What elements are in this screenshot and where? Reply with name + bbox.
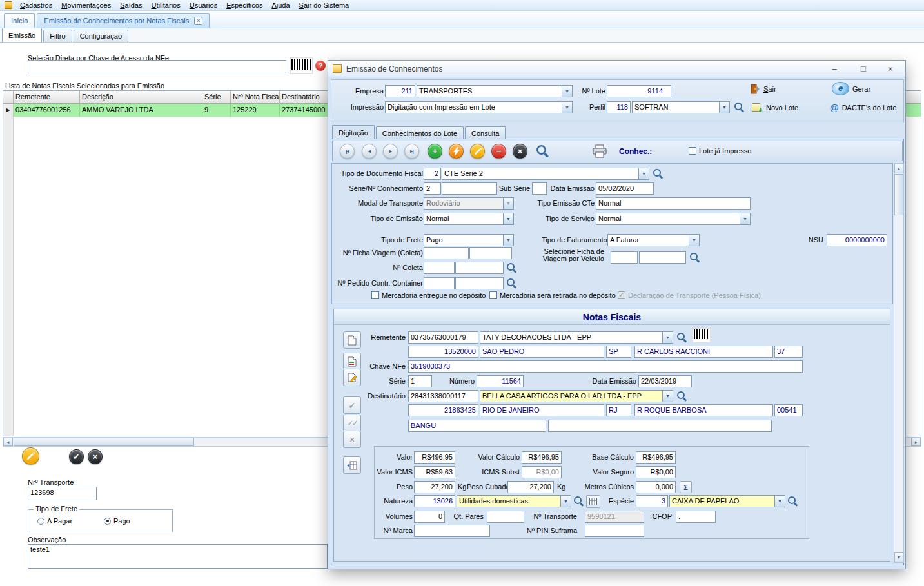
- remetente-numero-field[interactable]: 37: [774, 346, 803, 358]
- help-icon[interactable]: ?: [315, 61, 326, 71]
- destinatario-cep-field[interactable]: 21863425: [408, 404, 478, 416]
- scroll-right-icon[interactable]: ▸: [911, 438, 921, 446]
- chevron-down-icon[interactable]: [689, 235, 699, 246]
- remetente-code-field[interactable]: 03735763000179: [408, 331, 478, 344]
- chevron-down-icon[interactable]: [662, 332, 673, 343]
- nf-numero-field[interactable]: 11564: [477, 375, 524, 387]
- valor-seguro-field[interactable]: R$0,00: [636, 466, 676, 478]
- tipo-servico-combo[interactable]: Normal: [596, 213, 751, 225]
- pedido-container-search-icon[interactable]: [507, 278, 517, 289]
- tipo-doc-combo[interactable]: CTE Serie 2: [442, 168, 649, 180]
- tipo-doc-code-field[interactable]: 2: [424, 168, 441, 180]
- last-record-button[interactable]: ▸|: [404, 144, 419, 159]
- ficha-veiculo-search-icon[interactable]: [690, 253, 700, 263]
- menu-movimentacoes[interactable]: Movimentações: [57, 1, 115, 10]
- serie-conhecimento-field[interactable]: 2: [424, 182, 441, 195]
- menu-sair-do-sistema[interactable]: Sair do Sistema: [295, 1, 354, 10]
- especie-combo[interactable]: CAIXA DE PAPELAO: [669, 495, 785, 507]
- qt-pares-field[interactable]: [487, 511, 524, 523]
- scroll-left-icon[interactable]: ◂: [3, 438, 13, 446]
- perfil-code-field[interactable]: 118: [607, 101, 631, 113]
- tab-close-icon[interactable]: ×: [194, 17, 202, 25]
- tab-conhecimentos-do-lote[interactable]: Conhecimentos do Lote: [376, 126, 464, 139]
- volumes-field[interactable]: 0: [414, 511, 445, 523]
- add-nf-button[interactable]: [343, 331, 361, 349]
- perfil-combo[interactable]: SOFTRAN: [632, 101, 730, 113]
- subtab-emissao[interactable]: Emissão: [2, 28, 42, 42]
- numero-conhecimento-field[interactable]: [442, 182, 497, 195]
- menu-saidas[interactable]: Saídas: [115, 1, 146, 10]
- pedido-container-code-field[interactable]: [424, 277, 455, 289]
- menu-ajuda[interactable]: Ajuda: [267, 1, 294, 10]
- col-header-remetente[interactable]: Remetente: [14, 91, 80, 104]
- barcode-icon[interactable]: [291, 58, 312, 73]
- tipo-emissao-combo[interactable]: Normal: [424, 213, 514, 225]
- destinatario-numero-field[interactable]: 00541: [774, 404, 803, 416]
- mercadoria-retirada-checkbox[interactable]: Mercadoria será retirada no depósito: [489, 291, 616, 299]
- ficha-veiculo-field[interactable]: [639, 251, 686, 264]
- transporte-input[interactable]: 123698: [28, 487, 97, 500]
- scroll-up-icon[interactable]: ▲: [894, 164, 903, 173]
- remetente-cidade-field[interactable]: SAO PEDRO: [480, 346, 604, 358]
- sair-button[interactable]: Sair: [751, 84, 776, 94]
- valor-calculo-field[interactable]: R$496,95: [522, 451, 562, 464]
- ficha-veiculo-code-field[interactable]: [611, 251, 638, 264]
- remetente-uf-field[interactable]: SP: [606, 346, 631, 358]
- confirm-all-nf-button[interactable]: ✓✓: [343, 415, 361, 432]
- base-calculo-field[interactable]: R$496,95: [636, 451, 676, 464]
- menu-cadastros[interactable]: Cadastros: [15, 1, 57, 10]
- edit-selection-button[interactable]: [22, 447, 39, 465]
- search-record-icon[interactable]: [536, 145, 549, 158]
- cancel-record-button[interactable]: ×: [513, 144, 527, 159]
- peso-cubado-field[interactable]: 27,200: [507, 481, 554, 493]
- metros-cubicos-field[interactable]: 0,000: [636, 481, 676, 493]
- subtab-filtro[interactable]: Filtro: [43, 30, 72, 42]
- nfe-key-input[interactable]: [28, 60, 286, 73]
- destinatario-code-field[interactable]: 28431338000117: [408, 390, 478, 402]
- subtab-configuracao[interactable]: Configuração: [74, 30, 128, 42]
- coleta-search-icon[interactable]: [507, 263, 517, 273]
- confirm-selection-button[interactable]: ✓: [69, 449, 84, 464]
- tipo-frete-combo[interactable]: Pago: [424, 234, 514, 246]
- coleta-field[interactable]: [455, 262, 504, 274]
- tab-inicio[interactable]: Início: [4, 13, 35, 28]
- next-record-button[interactable]: ▸: [383, 144, 398, 159]
- menu-especificos[interactable]: Específicos: [222, 1, 267, 10]
- prev-record-button[interactable]: ◂: [362, 144, 377, 159]
- chevron-down-icon[interactable]: [638, 168, 649, 179]
- scroll-down-icon[interactable]: ▼: [894, 552, 903, 562]
- destinatario-cidade-field[interactable]: RIO DE JANEIRO: [480, 404, 604, 416]
- sub-serie-field[interactable]: [532, 182, 547, 195]
- chevron-down-icon[interactable]: [719, 102, 729, 113]
- chevron-down-icon[interactable]: [662, 391, 673, 402]
- scrollbar-thumb[interactable]: [894, 174, 903, 215]
- natureza-code-field[interactable]: 13026: [414, 495, 455, 507]
- destinatario-rua-field[interactable]: R ROQUE BARBOSA: [634, 404, 773, 416]
- destinatario-uf-field[interactable]: RJ: [606, 404, 631, 416]
- remetente-rua-field[interactable]: R CARLOS RACCIONI: [634, 346, 773, 358]
- observacao-textarea[interactable]: teste1: [28, 544, 328, 569]
- coleta-code-field[interactable]: [424, 262, 455, 274]
- edit-nf-button[interactable]: [343, 369, 361, 386]
- radio-a-pagar[interactable]: A Pagar: [37, 517, 72, 525]
- col-header-descricao[interactable]: Descrição: [80, 91, 202, 104]
- scrollbar-thumb[interactable]: [14, 438, 194, 446]
- menu-utilitarios[interactable]: Utilitários: [146, 1, 184, 10]
- remetente-search-icon[interactable]: [677, 333, 687, 343]
- insert-record-button[interactable]: +: [428, 144, 442, 159]
- tipo-faturamento-combo[interactable]: A Faturar: [607, 234, 700, 246]
- destinatario-combo[interactable]: BELLA CASA ARTIGOS PARA O LAR LTDA - EPP: [480, 390, 673, 402]
- first-record-button[interactable]: |◂: [340, 144, 355, 159]
- remove-nf-button[interactable]: ×: [343, 431, 361, 448]
- chevron-down-icon[interactable]: [503, 213, 513, 224]
- especie-search-icon[interactable]: [788, 496, 798, 507]
- destinatario-complemento-field[interactable]: [548, 420, 772, 432]
- nf-data-emissao-field[interactable]: 22/03/2019: [638, 375, 692, 387]
- ficha-viagem-code-field[interactable]: [424, 247, 469, 259]
- empresa-code-field[interactable]: 211: [385, 85, 415, 97]
- import-nf-button[interactable]: [343, 353, 361, 370]
- especie-code-field[interactable]: 3: [636, 495, 668, 507]
- remetente-combo[interactable]: TATY DECORACOES LTDA - EPP: [480, 331, 673, 344]
- quick-save-button[interactable]: [449, 144, 464, 159]
- ficha-viagem-field[interactable]: [469, 247, 512, 259]
